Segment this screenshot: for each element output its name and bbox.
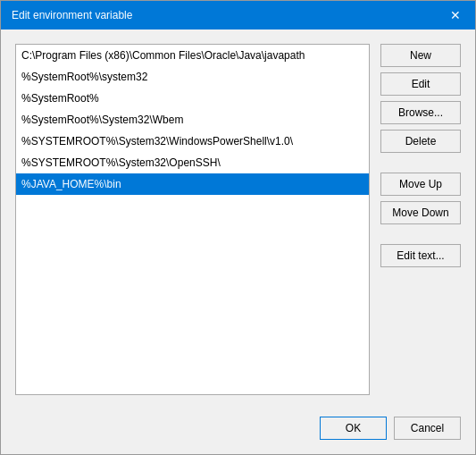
- browse-button[interactable]: Browse...: [380, 101, 461, 124]
- move-up-button[interactable]: Move Up: [380, 173, 461, 196]
- cancel-button[interactable]: Cancel: [394, 417, 461, 440]
- list-item[interactable]: %SystemRoot%: [16, 88, 369, 109]
- edit-button[interactable]: Edit: [380, 72, 461, 96]
- delete-button[interactable]: Delete: [380, 130, 461, 153]
- list-item[interactable]: %SystemRoot%\System32\Wbem: [16, 109, 369, 131]
- edit-text-button[interactable]: Edit text...: [380, 244, 461, 267]
- dialog-footer: OK Cancel: [1, 409, 475, 454]
- dialog-body: C:\Program Files (x86)\Common Files\Orac…: [1, 29, 475, 409]
- env-variable-list[interactable]: C:\Program Files (x86)\Common Files\Orac…: [15, 44, 370, 395]
- list-container: C:\Program Files (x86)\Common Files\Orac…: [15, 44, 370, 395]
- move-down-button[interactable]: Move Down: [380, 201, 461, 224]
- buttons-column: New Edit Browse... Delete Move Up Move D…: [380, 44, 461, 395]
- new-button[interactable]: New: [380, 44, 461, 67]
- ok-button[interactable]: OK: [320, 417, 387, 440]
- title-bar: Edit environment variable ✕: [1, 1, 475, 29]
- close-button[interactable]: ✕: [447, 6, 464, 24]
- list-item[interactable]: %SystemRoot%\system32: [16, 66, 369, 88]
- list-item[interactable]: C:\Program Files (x86)\Common Files\Orac…: [16, 45, 369, 66]
- dialog-title: Edit environment variable: [12, 9, 132, 21]
- spacer-2: [380, 230, 461, 239]
- spacer-1: [380, 158, 461, 167]
- list-item[interactable]: %JAVA_HOME%\bin: [16, 173, 369, 195]
- list-item[interactable]: %SYSTEMROOT%\System32\OpenSSH\: [16, 152, 369, 173]
- edit-env-variable-dialog: Edit environment variable ✕ C:\Program F…: [0, 0, 476, 455]
- list-item[interactable]: %SYSTEMROOT%\System32\WindowsPowerShell\…: [16, 131, 369, 152]
